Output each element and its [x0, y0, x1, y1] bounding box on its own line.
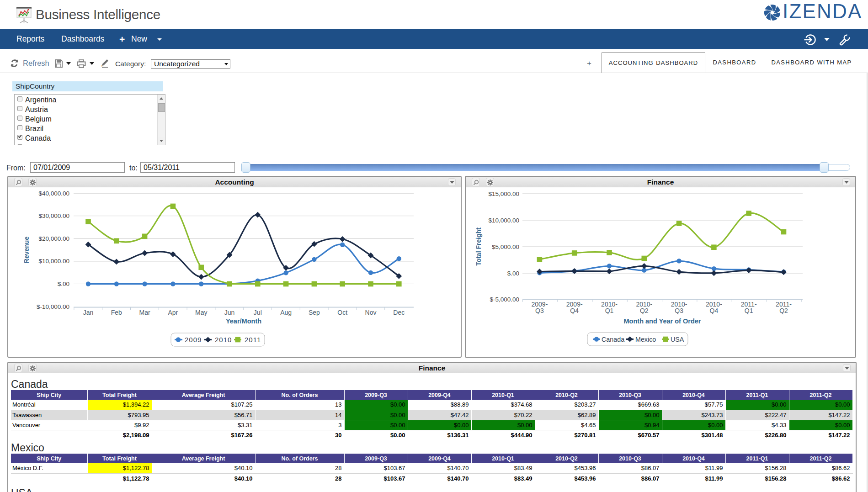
svg-text:2010: 2010 — [215, 336, 232, 344]
svg-text:Q4: Q4 — [570, 307, 579, 314]
svg-text:Month and Year of Order: Month and Year of Order — [624, 317, 701, 325]
svg-text:Apr: Apr — [168, 309, 178, 316]
svg-text:Aug: Aug — [280, 309, 292, 316]
svg-text:Q2: Q2 — [640, 307, 649, 314]
svg-text:$10,000.00: $10,000.00 — [38, 258, 69, 265]
svg-text:May: May — [195, 309, 207, 316]
svg-text:$.00: $.00 — [507, 270, 519, 277]
svg-text:$30,000.00: $30,000.00 — [38, 212, 69, 219]
svg-text:Feb: Feb — [111, 309, 122, 316]
svg-text:$.00: $.00 — [58, 280, 69, 287]
svg-text:$10,000.00: $10,000.00 — [488, 217, 519, 224]
svg-text:Q2: Q2 — [779, 307, 788, 314]
svg-text:Revenue: Revenue — [23, 237, 30, 264]
svg-text:Mar: Mar — [139, 309, 150, 316]
svg-text:Dec: Dec — [393, 309, 405, 316]
svg-text:$20,000.00: $20,000.00 — [38, 235, 69, 242]
svg-text:Q3: Q3 — [675, 307, 683, 314]
svg-text:Total Freight: Total Freight — [475, 227, 482, 266]
svg-text:Sep: Sep — [309, 309, 320, 316]
svg-text:2009: 2009 — [185, 336, 202, 344]
svg-text:Q1: Q1 — [605, 307, 614, 314]
svg-text:Jan: Jan — [83, 309, 94, 316]
svg-text:Q1: Q1 — [745, 307, 753, 314]
svg-text:$15,000.00: $15,000.00 — [488, 190, 519, 197]
svg-text:Mexico: Mexico — [635, 336, 656, 343]
svg-text:Oct: Oct — [337, 309, 347, 316]
svg-text:Jun: Jun — [224, 309, 235, 316]
svg-text:$-5,000.00: $-5,000.00 — [490, 296, 519, 303]
svg-text:$-10,000.00: $-10,000.00 — [37, 303, 69, 310]
svg-text:USA: USA — [671, 336, 684, 343]
svg-text:Jul: Jul — [254, 309, 262, 316]
svg-text:Year/Month: Year/Month — [226, 317, 261, 325]
svg-text:Canada: Canada — [602, 336, 624, 343]
svg-text:$40,000.00: $40,000.00 — [38, 190, 69, 197]
svg-text:Nov: Nov — [365, 309, 377, 316]
svg-text:$5,000.00: $5,000.00 — [492, 243, 519, 250]
svg-text:Q3: Q3 — [535, 307, 544, 314]
svg-text:Q4: Q4 — [710, 307, 719, 314]
svg-text:2011: 2011 — [245, 336, 261, 344]
